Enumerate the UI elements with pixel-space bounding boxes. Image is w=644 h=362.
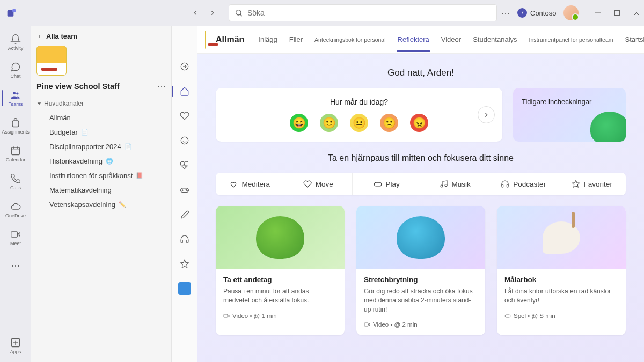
notification-badge: 7 [517,8,527,18]
cat-favorites[interactable]: Favoriter [558,173,626,195]
rail-label: Assignments [2,129,30,135]
card-desc: Gör dig redo att sträcka och öka fokus m… [364,287,478,314]
rail-calendar[interactable]: Calendar [2,141,30,167]
vstrip-heart[interactable] [176,107,193,124]
rail-label: Apps [10,349,21,354]
channels-section[interactable]: Huvudkanaler [36,100,166,107]
window-minimize[interactable] [590,5,605,20]
search-box[interactable] [229,4,497,21]
video-icon [364,321,370,328]
all-teams-back[interactable]: Alla team [36,32,166,40]
vstrip-pulse[interactable] [176,157,193,174]
more-menu[interactable]: ⋯ [501,8,510,18]
card-desc: Låt dina kritor utforska en rad känslor … [504,287,618,305]
emoji-angry[interactable]: 😠 [410,114,428,132]
svg-rect-10 [12,121,19,127]
channel-title: Allmän [216,35,244,45]
svg-line-3 [240,14,242,16]
rail-meet[interactable]: Meet [2,224,30,251]
vstrip-send[interactable] [176,58,193,75]
team-more[interactable]: ⋯ [157,81,166,91]
vstrip-home[interactable] [176,83,193,100]
channel-item[interactable]: Historikavdelning🌐 [36,154,166,168]
svg-point-9 [16,92,18,94]
rail-apps[interactable]: Apps [2,335,30,362]
emoji-very-happy[interactable]: 😄 [290,114,308,132]
svg-rect-37 [374,182,381,186]
channel-item[interactable]: Matematikavdelning [36,183,166,197]
cat-music[interactable]: Musik [421,173,490,195]
rail-assignments[interactable]: Assignments [2,113,30,139]
channel-item[interactable]: Disciplinrapporter 2024📄 [36,139,166,154]
chevron-left-icon [36,33,43,40]
tab-notebook[interactable]: Anteckningsbok för personal [313,28,387,51]
rail-label: Chat [10,73,20,79]
svg-marker-44 [228,315,229,317]
cat-play[interactable]: Play [353,173,421,195]
tab-dashboard[interactable]: Instrumentpanel för personalteam [528,28,614,51]
org-switcher[interactable]: 7 Contoso [517,8,556,18]
channel-item[interactable]: Budgetar📄 [36,125,166,139]
activity-card[interactable]: Stretchbrytning Gör dig redo att sträcka… [356,206,485,335]
rail-calls[interactable]: Calls [2,168,30,195]
svg-point-27 [186,189,187,190]
card-thumb [216,206,345,269]
tab-posts[interactable]: Inlägg [257,27,278,52]
cat-move[interactable]: Move [284,173,353,195]
emoji-sad[interactable]: 🙁 [380,114,398,132]
emoji-happy[interactable]: 🙂 [320,114,338,132]
vstrip-hands[interactable] [176,132,193,149]
nav-forward[interactable] [205,5,220,20]
channel-item[interactable]: Institutionen för språkkonst📕 [36,168,166,183]
calendar-icon [10,145,21,156]
vstrip-brush[interactable] [176,206,193,223]
activity-card[interactable]: Ta ett andetag Pausa i en minut för att … [216,206,345,335]
rail-activity[interactable]: Activity [2,29,30,56]
tab-videos[interactable]: Videor [440,27,462,52]
headphones-icon [501,180,509,188]
prev-label: Tidigare incheckningar [522,98,617,106]
backpack-icon [10,117,21,128]
channel-item[interactable]: Allmän [36,110,166,125]
svg-rect-30 [186,240,188,243]
rail-onedrive[interactable]: OneDrive [2,196,30,223]
tab-reflect[interactable]: Reflektera [397,27,430,52]
svg-rect-45 [364,323,368,326]
cat-podcasts[interactable]: Podcaster [489,173,558,195]
vstrip-game[interactable] [176,181,193,198]
app-tile-icon [178,282,191,295]
vstrip-headphones[interactable] [176,231,193,248]
more-icon: ⋯ [11,261,20,271]
card-meta: Spel • @ S min [504,313,618,319]
search-input[interactable] [247,9,491,17]
window-maximize[interactable] [610,5,625,20]
card-title: Ta ett andetag [223,276,337,284]
heart-hands-icon [229,180,238,188]
rail-more[interactable]: ⋯ [2,252,30,279]
channel-item[interactable]: Vetenskapsavdelning✏️ [36,197,166,212]
vstrip-app[interactable] [176,280,193,297]
cat-meditate[interactable]: Meditera [216,173,284,195]
svg-marker-20 [38,102,41,105]
nav-back[interactable] [188,5,203,20]
tab-analytics[interactable]: Studentanalys [472,27,518,52]
checkin-card: Hur mår du idag? 😄 🙂 😐 🙁 😠 [216,88,502,142]
tab-home[interactable]: Startsida [624,27,644,52]
tab-files[interactable]: Filer [288,27,304,52]
window-close[interactable] [629,5,644,20]
svg-marker-46 [368,323,370,326]
checkin-next[interactable] [478,106,495,123]
rail-teams[interactable]: Teams [2,85,30,112]
monster-illustration [590,112,626,142]
rail-chat[interactable]: Chat [2,57,30,84]
user-avatar[interactable] [564,5,579,20]
cloud-icon [10,201,21,212]
activity-card[interactable]: Målarbok Låt dina kritor utforska en rad… [497,206,626,335]
svg-rect-5 [615,11,620,16]
svg-point-28 [186,190,187,191]
vstrip-star[interactable] [176,255,193,272]
emoji-neutral[interactable]: 😐 [350,114,368,132]
apps-icon [10,337,21,348]
svg-rect-43 [224,314,228,317]
previous-checkins[interactable]: Tidigare incheckningar [513,88,626,142]
